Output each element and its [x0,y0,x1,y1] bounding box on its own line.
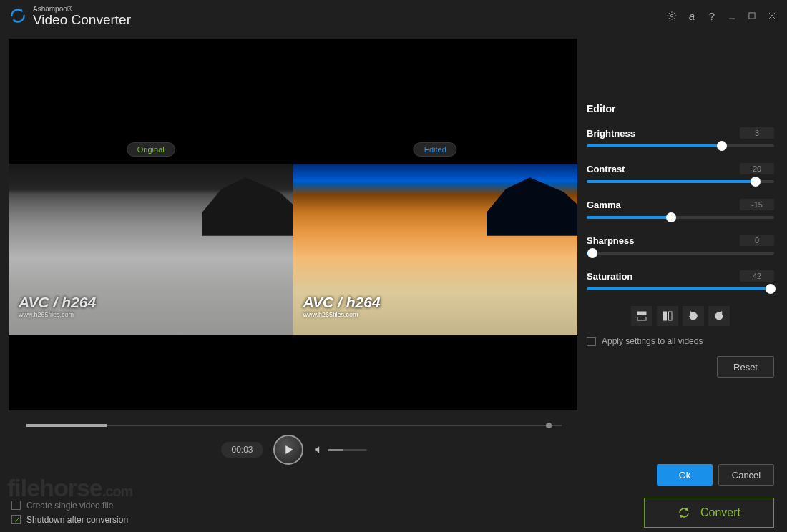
sharpness-label: Sharpness [587,235,634,246]
flip-horizontal-button[interactable] [657,306,678,326]
create-single-label: Create single video file [26,501,113,511]
rotate-left-button[interactable] [683,306,704,326]
brand-label: Ashampoo® [33,6,131,13]
editor-title: Editor [587,103,774,114]
video-watermark-right: AVC / h264 www.h265files.com [303,294,381,318]
titlebar: Ashampoo® Video Converter a ? [0,0,787,31]
convert-button[interactable]: Convert [644,498,774,528]
volume-icon [313,445,323,455]
seek-end-handle[interactable] [546,423,552,428]
saturation-value: 42 [740,270,774,282]
reset-button[interactable]: Reset [717,356,774,378]
apply-all-label: Apply settings to all videos [602,336,703,346]
video-watermark-left: AVC / h264 www.h265files.com [19,294,96,318]
contrast-label: Contrast [587,164,625,174]
play-button[interactable] [273,435,303,465]
rotate-right-button[interactable] [708,306,730,326]
create-single-checkbox[interactable] [11,501,21,510]
video-preview: Original Edited AVC / h264 www.h265files… [9,39,577,410]
volume-control[interactable] [313,445,367,455]
param-sharpness: Sharpness0 [587,235,774,255]
svg-rect-8 [669,312,673,320]
sharpness-value: 0 [740,235,774,246]
help-icon[interactable]: ? [704,8,720,24]
param-saturation: Saturation42 [587,270,774,290]
ashampoo-icon[interactable]: a [684,8,700,24]
brightness-slider-knob[interactable] [717,141,727,151]
param-gamma: Gamma-15 [587,199,774,219]
gamma-value: -15 [740,199,774,210]
contrast-slider[interactable] [587,180,774,183]
convert-icon [678,506,690,519]
ok-button[interactable]: Ok [657,464,713,486]
footer: Create single video file Shutdown after … [0,493,787,532]
gamma-slider-knob[interactable] [666,212,676,222]
gamma-label: Gamma [587,200,621,210]
shutdown-checkbox[interactable] [11,515,21,524]
saturation-slider[interactable] [587,287,774,290]
shutdown-label: Shutdown after conversion [26,515,128,525]
flip-vertical-button[interactable] [631,306,652,326]
maximize-icon[interactable] [744,8,760,24]
preview-edited: AVC / h264 www.h265files.com [293,164,578,335]
saturation-slider-knob[interactable] [766,284,776,294]
seek-bar[interactable] [26,425,562,426]
settings-icon[interactable] [664,8,680,24]
minimize-icon[interactable] [724,8,740,24]
saturation-label: Saturation [587,271,632,282]
svg-point-0 [670,14,673,17]
brightness-slider[interactable] [587,144,774,147]
preview-pane: Original Edited AVC / h264 www.h265files… [0,31,580,493]
svg-rect-6 [637,317,646,321]
brightness-label: Brightness [587,128,635,139]
contrast-slider-knob[interactable] [751,177,761,187]
volume-slider[interactable] [328,449,367,451]
seek-buffer [26,424,107,427]
app-title-block: Ashampoo® Video Converter [33,6,131,26]
close-icon[interactable] [764,8,780,24]
contrast-value: 20 [740,163,774,174]
transform-tools [587,306,774,326]
editor-panel: Editor Brightness3Contrast20Gamma-15Shar… [580,31,787,493]
gamma-slider[interactable] [587,216,774,219]
playback-controls: 00:03 [9,435,580,471]
convert-label: Convert [700,506,740,519]
svg-rect-7 [663,312,667,320]
cancel-button[interactable]: Cancel [718,464,774,486]
apply-all-checkbox[interactable] [587,337,596,346]
param-contrast: Contrast20 [587,163,774,183]
param-brightness: Brightness3 [587,127,774,147]
edited-badge: Edited [414,142,457,157]
app-name: Video Converter [33,13,131,26]
svg-rect-5 [637,312,646,315]
preview-original: AVC / h264 www.h265files.com [9,164,293,335]
shutdown-option[interactable]: Shutdown after conversion [11,515,128,525]
time-display: 00:03 [221,442,263,458]
svg-rect-2 [749,13,755,19]
brightness-value: 3 [740,127,774,139]
original-badge: Original [127,142,175,157]
app-logo-icon [9,6,27,25]
sharpness-slider-knob[interactable] [587,248,597,258]
create-single-option[interactable]: Create single video file [11,501,128,511]
sharpness-slider[interactable] [587,252,774,255]
play-icon [282,443,295,456]
